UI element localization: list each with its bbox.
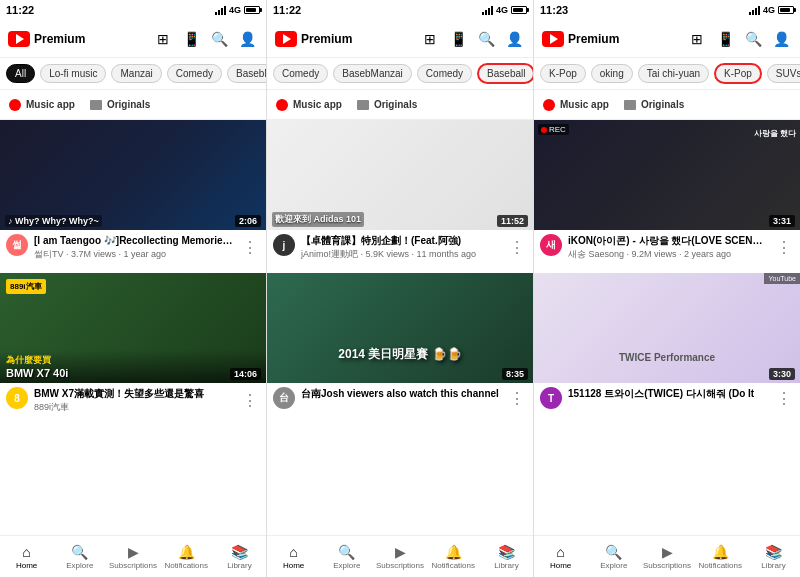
video-menu-button-1[interactable]: ⋮	[240, 391, 260, 410]
bell-icon[interactable]: 📱	[447, 28, 469, 50]
circle-icon	[542, 98, 556, 112]
bb-2014-text: 2014 美日明星賽 🍺🍺	[338, 346, 461, 363]
video-meta-1: 8BMW X7滿載實測！失望多些還是驚喜889i汽車⋮	[0, 383, 266, 418]
nav-item-notifications[interactable]: 🔔 Notifications	[427, 544, 480, 570]
yt-premium-text: Premium	[301, 32, 352, 46]
nav-item-library[interactable]: 📚 Library	[480, 544, 533, 570]
search-icon[interactable]: 🔍	[475, 28, 497, 50]
twice-overlay: YouTube	[764, 273, 800, 284]
video-meta-1: 台台南Josh viewers also watch this channel⋮	[267, 383, 533, 413]
account-icon[interactable]: 👤	[503, 28, 525, 50]
filter-chip-0[interactable]: Comedy	[273, 64, 328, 83]
nav-icon-library: 📚	[765, 544, 782, 560]
rect-icon	[623, 98, 637, 112]
filter-chip-3[interactable]: K-Pop	[714, 63, 762, 84]
filter-chip-2[interactable]: Manzai	[111, 64, 161, 83]
bell-icon[interactable]: 📱	[714, 28, 736, 50]
sub-nav-item-0[interactable]: Music app	[542, 98, 609, 112]
nav-item-notifications[interactable]: 🔔 Notifications	[694, 544, 747, 570]
nav-item-library[interactable]: 📚 Library	[213, 544, 266, 570]
nav-icon-notifications: 🔔	[712, 544, 729, 560]
video-item-0[interactable]: REC 사랑을 했다 3:31 새iKON(아이콘) - 사랑을 했다(LOVE…	[534, 120, 800, 265]
nav-item-subscriptions[interactable]: ▶ Subscriptions	[106, 544, 159, 570]
yt-logo: Premium	[8, 31, 85, 47]
cast-icon[interactable]: ⊞	[686, 28, 708, 50]
video-subtitle-1: 889i汽車	[34, 401, 234, 414]
filter-chip-1[interactable]: oking	[591, 64, 633, 83]
nav-label-explore: Explore	[600, 561, 627, 570]
nav-item-explore[interactable]: 🔍 Explore	[53, 544, 106, 570]
signal-bar-3	[488, 8, 490, 15]
nav-label-explore: Explore	[333, 561, 360, 570]
sub-nav-label-0: Music app	[293, 99, 342, 110]
bottom-nav: ⌂ Home 🔍 Explore ▶ Subscriptions 🔔 Notif…	[267, 535, 533, 577]
video-thumb-1: YouTube TWICE Performance 3:30	[534, 273, 800, 383]
account-icon[interactable]: 👤	[770, 28, 792, 50]
nav-item-notifications[interactable]: 🔔 Notifications	[160, 544, 213, 570]
thumb-overlay-0: 3:31	[534, 212, 800, 230]
video-item-1[interactable]: 2014 美日明星賽 🍺🍺 8:35 台台南Josh viewers also …	[267, 273, 533, 413]
sub-nav-item-1[interactable]: Originals	[356, 98, 417, 112]
video-item-1[interactable]: YouTube TWICE Performance 3:30 T151128 트…	[534, 273, 800, 413]
filter-chip-4[interactable]: BasebManzai	[227, 64, 266, 83]
battery-icon	[511, 6, 527, 14]
nav-item-home[interactable]: ⌂ Home	[0, 544, 53, 570]
video-menu-button-1[interactable]: ⋮	[507, 389, 527, 408]
account-icon[interactable]: 👤	[236, 28, 258, 50]
thumb-overlay-0: ♪ Why? Why? Why?~2:06	[0, 212, 266, 230]
search-icon[interactable]: 🔍	[208, 28, 230, 50]
cast-icon[interactable]: ⊞	[419, 28, 441, 50]
car-logo: 889i汽車	[6, 279, 46, 294]
video-item-0[interactable]: ♪ Why? Why? Why?~2:06썰[I am Taengoo 🎶]Re…	[0, 120, 266, 265]
filter-chip-2[interactable]: Tai chi-yuan	[638, 64, 709, 83]
video-info-1: 台南Josh viewers also watch this channel	[301, 387, 501, 401]
filter-chip-1[interactable]: Lo-fi music	[40, 64, 106, 83]
sarang-text: 사랑을 했다	[754, 128, 796, 139]
search-icon[interactable]: 🔍	[742, 28, 764, 50]
video-menu-button-0[interactable]: ⋮	[240, 238, 260, 257]
signal-bar-3	[755, 8, 757, 15]
video-thumb-1: 889i汽車 為什麼要買 BMW X7 40i 14:06	[0, 273, 266, 383]
filter-chip-2[interactable]: Comedy	[417, 64, 472, 83]
network-type: 4G	[496, 5, 508, 15]
video-menu-button-0[interactable]: ⋮	[507, 238, 527, 257]
sub-nav-item-1[interactable]: Originals	[89, 98, 150, 112]
signal-bars	[749, 6, 760, 15]
video-menu-button-0[interactable]: ⋮	[774, 238, 794, 257]
nav-item-subscriptions[interactable]: ▶ Subscriptions	[640, 544, 693, 570]
sub-nav: Music appOriginals	[534, 90, 800, 120]
sub-nav-item-0[interactable]: Music app	[8, 98, 75, 112]
video-meta-1: T151128 트와이스(TWICE) 다시해줘 (Do It⋮	[534, 383, 800, 413]
filter-chip-4[interactable]: SUVs	[767, 64, 800, 83]
filter-chip-0[interactable]: All	[6, 64, 35, 83]
signal-bar-1	[482, 12, 484, 15]
sub-nav-label-0: Music app	[26, 99, 75, 110]
nav-label-notifications: Notifications	[431, 561, 475, 570]
status-icons: 4G	[749, 5, 794, 15]
filter-chip-0[interactable]: K-Pop	[540, 64, 586, 83]
bell-icon[interactable]: 📱	[180, 28, 202, 50]
video-item-1[interactable]: 889i汽車 為什麼要買 BMW X7 40i 14:06 8BMW X7滿載實…	[0, 273, 266, 418]
nav-item-explore[interactable]: 🔍 Explore	[587, 544, 640, 570]
sub-nav-item-0[interactable]: Music app	[275, 98, 342, 112]
video-item-0[interactable]: 歡迎來到 Adidas 10111:52j【卓體育課】特別企劃！(Feat.阿強…	[267, 120, 533, 265]
video-thumb-1: 2014 美日明星賽 🍺🍺 8:35	[267, 273, 533, 383]
nav-item-explore[interactable]: 🔍 Explore	[320, 544, 373, 570]
nav-label-subscriptions: Subscriptions	[109, 561, 157, 570]
video-title-1: BMW X7滿載實測！失望多些還是驚喜	[34, 387, 234, 400]
nav-item-library[interactable]: 📚 Library	[747, 544, 800, 570]
header: Premium ⊞ 📱 🔍 👤	[534, 20, 800, 58]
filter-chip-1[interactable]: BasebManzai	[333, 64, 412, 83]
video-menu-button-1[interactable]: ⋮	[774, 389, 794, 408]
sub-nav-item-1[interactable]: Originals	[623, 98, 684, 112]
filter-chip-3[interactable]: Baseball	[477, 63, 533, 84]
nav-item-home[interactable]: ⌂ Home	[267, 544, 320, 570]
nav-item-subscriptions[interactable]: ▶ Subscriptions	[373, 544, 426, 570]
video-meta-0: 새iKON(아이콘) - 사랑을 했다(LOVE SCENARIO) COVER…	[534, 230, 800, 265]
cast-icon[interactable]: ⊞	[152, 28, 174, 50]
video-meta-0: j【卓體育課】特別企劃！(Feat.阿強)jAnimo!運動吧 · 5.9K v…	[267, 230, 533, 265]
nav-item-home[interactable]: ⌂ Home	[534, 544, 587, 570]
nav-icon-home: ⌂	[289, 544, 297, 560]
filter-chip-3[interactable]: Comedy	[167, 64, 222, 83]
video-title-0: 【卓體育課】特別企劃！(Feat.阿強)	[301, 234, 501, 247]
